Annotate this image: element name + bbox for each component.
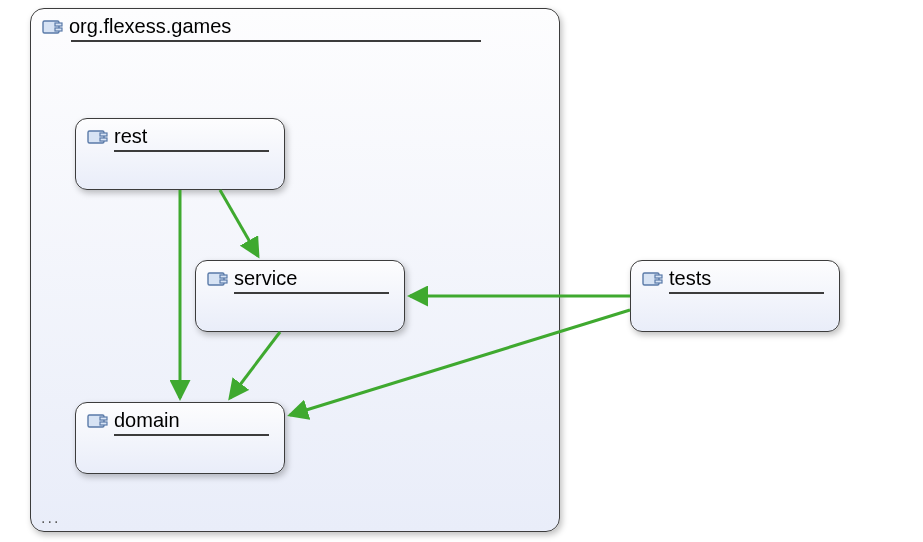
svg-rect-7 (220, 275, 227, 278)
node-service[interactable]: service (195, 260, 405, 332)
svg-rect-14 (655, 280, 662, 283)
title-underline (114, 434, 269, 436)
svg-rect-4 (100, 133, 107, 136)
package-icon (86, 410, 108, 432)
title-underline (71, 40, 481, 42)
svg-rect-5 (100, 138, 107, 141)
node-label: tests (669, 267, 711, 290)
node-title-row: tests (631, 261, 839, 292)
package-icon (86, 126, 108, 148)
svg-rect-1 (55, 23, 62, 26)
ellipsis: ... (41, 509, 60, 527)
title-underline (114, 150, 269, 152)
package-title: org.flexess.games (69, 15, 231, 38)
svg-rect-8 (220, 280, 227, 283)
package-title-row: org.flexess.games (31, 9, 559, 40)
package-icon (206, 268, 228, 290)
svg-rect-13 (655, 275, 662, 278)
node-tests[interactable]: tests (630, 260, 840, 332)
svg-rect-10 (100, 417, 107, 420)
node-rest[interactable]: rest (75, 118, 285, 190)
node-label: rest (114, 125, 147, 148)
title-underline (669, 292, 824, 294)
svg-rect-11 (100, 422, 107, 425)
svg-rect-2 (55, 28, 62, 31)
node-title-row: domain (76, 403, 284, 434)
node-domain[interactable]: domain (75, 402, 285, 474)
package-icon (641, 268, 663, 290)
node-label: service (234, 267, 297, 290)
title-underline (234, 292, 389, 294)
package-icon (41, 16, 63, 38)
node-title-row: rest (76, 119, 284, 150)
node-label: domain (114, 409, 180, 432)
node-title-row: service (196, 261, 404, 292)
